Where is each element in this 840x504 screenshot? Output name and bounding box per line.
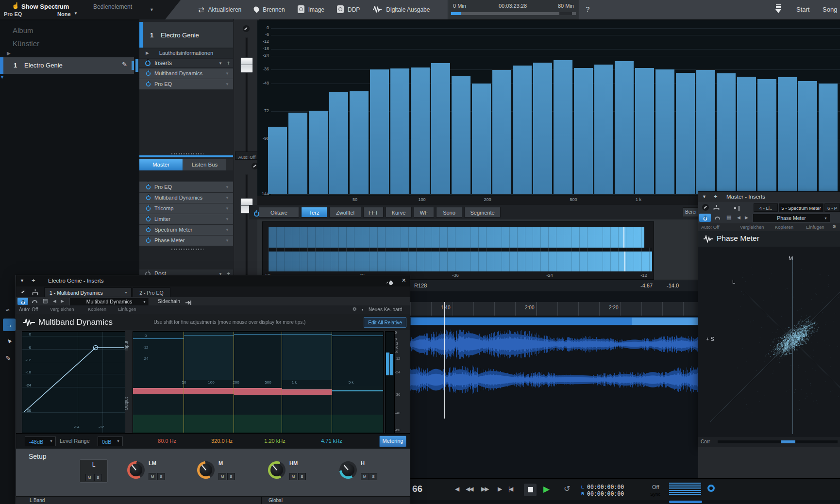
prev-marker-icon[interactable]: ◀ [455, 486, 458, 492]
add-insert-icon[interactable]: + [227, 59, 230, 68]
time-r-value[interactable]: 00:00:00:00 [587, 490, 624, 497]
download-icon[interactable] [774, 4, 783, 16]
pin-icon[interactable] [388, 280, 393, 286]
wave-tool-icon[interactable]: ≈ [6, 306, 10, 314]
preset-list-icon[interactable]: ▤ [43, 298, 48, 304]
strip-collapse-icon[interactable] [243, 25, 250, 32]
band-split-handle[interactable] [332, 332, 332, 433]
insert-slot-pro-eq[interactable]: Pro EQ▼ [139, 79, 233, 90]
spectrum-tab-segmente[interactable]: Segmente [464, 207, 501, 218]
band-lm-knob[interactable] [127, 461, 145, 479]
mute-button[interactable]: M [149, 473, 156, 480]
mute-button[interactable]: M [85, 474, 93, 481]
band-h-knob[interactable] [339, 461, 357, 479]
insert-slot-limiter[interactable]: Limiter▼ [139, 214, 233, 225]
insert-tab-4[interactable]: 4 - Li.. [754, 203, 778, 212]
insert-tab-6[interactable]: 6 - P [824, 203, 840, 212]
multiband-display[interactable]: 0 -12 -24 501002005001 k5 k [133, 331, 384, 433]
next-preset-icon[interactable]: ▶ [745, 215, 748, 220]
chevron-down-icon[interactable]: ▼ [225, 214, 229, 224]
expand-arrow-icon[interactable]: ▶ [7, 50, 11, 56]
close-icon[interactable]: ✕ [402, 277, 406, 284]
divider-grip-dots[interactable] [171, 153, 203, 154]
next-marker-icon[interactable]: ▶ [498, 486, 501, 492]
insert-tab-5[interactable]: 5 - Spectrum Meter [779, 203, 823, 212]
spectrum-tab-oktave[interactable]: Oktave [259, 207, 299, 218]
insert-before-icon[interactable] [734, 205, 740, 211]
power-icon[interactable] [146, 82, 151, 86]
range-button[interactable]: Berei [683, 207, 698, 217]
mute-button[interactable]: M [361, 473, 369, 480]
add-icon[interactable]: + [714, 193, 718, 200]
playhead[interactable] [444, 302, 445, 419]
chevron-down-icon[interactable]: ▼ [225, 79, 229, 89]
collapse-knob-icon[interactable] [20, 288, 27, 295]
divider-grip-dots[interactable] [171, 249, 203, 250]
solo-button[interactable]: S [370, 473, 377, 480]
control-value[interactable]: None [57, 11, 71, 17]
mute-button[interactable]: M [218, 473, 226, 480]
solo-button[interactable]: S [94, 474, 102, 481]
preset-selector[interactable]: Multiband Dynamics ▼ [69, 298, 149, 306]
selection-bar[interactable] [410, 317, 698, 325]
collapse-caret-icon[interactable]: ▼ [0, 75, 4, 80]
timeline-progress-track[interactable] [451, 12, 576, 15]
return-to-zero-icon[interactable]: |◀ [508, 486, 512, 492]
power-button[interactable] [17, 298, 28, 305]
band-split-handle[interactable] [282, 332, 282, 433]
insert-selector[interactable]: Phase Meter ▼ [753, 214, 830, 223]
play-button[interactable]: ▶ [543, 484, 550, 494]
loop-button[interactable]: ↺ [564, 484, 570, 493]
inserts-header-row[interactable]: Inserts ▼+ [139, 59, 233, 68]
time-l-value[interactable]: 00:00:00:00 [587, 484, 624, 490]
bottom-scroll-thumb[interactable] [669, 501, 702, 503]
song-page-button[interactable]: Song [823, 6, 837, 13]
kopieren-button[interactable]: Kopieren [775, 224, 793, 230]
band-hm-knob[interactable] [268, 461, 286, 479]
edit-track-icon[interactable]: ✎ [122, 61, 127, 68]
control-element-caret-icon[interactable]: ▼ [150, 7, 154, 12]
band-split-handle[interactable] [234, 332, 234, 433]
fader-track[interactable] [246, 38, 247, 154]
sidebar-scrollbar[interactable] [135, 59, 138, 72]
pencil-tool-icon[interactable]: ✎ [5, 354, 11, 362]
arrow-tool-button[interactable]: → [3, 319, 16, 331]
timeline-ruler[interactable]: 1:402:002:20 [410, 302, 698, 316]
sidechain-label[interactable]: Sidechain [158, 298, 180, 304]
chevron-down-icon[interactable]: ▼ [218, 59, 222, 68]
spectrum-tab-sono[interactable]: Sono [436, 207, 462, 218]
spectrum-mode-label[interactable]: Show Spectrum [21, 3, 69, 10]
window-title-bar[interactable]: ▼ + Electro Genie - Inserts ✕ [16, 275, 410, 286]
rewind-icon[interactable]: ◀◀ [466, 486, 472, 492]
sync-label[interactable]: Sync [650, 491, 660, 497]
collapse-caret-icon[interactable]: ▼ [20, 278, 24, 283]
stop-button[interactable] [524, 484, 537, 496]
gain-value-box[interactable]: 0dB ▼ [98, 437, 123, 446]
prev-preset-icon[interactable]: ◀ [737, 215, 740, 220]
gear-icon[interactable]: ⚙ [832, 224, 837, 229]
band-frequency-value[interactable]: 4.71 kHz [312, 438, 351, 444]
auto-mode-label[interactable]: Auto: Off [19, 307, 38, 312]
next-preset-icon[interactable]: ▶ [61, 299, 64, 303]
chevron-down-icon[interactable]: ▼ [361, 308, 364, 311]
preset-list-icon[interactable]: ▤ [726, 214, 731, 220]
fader-track[interactable] [246, 175, 247, 277]
panel-divider[interactable] [139, 155, 233, 157]
insert-slot-multiband-dynamics[interactable]: Multiband Dynamics▼ [139, 193, 233, 203]
waveform-display[interactable] [410, 326, 698, 397]
tab-pro-eq[interactable]: 2 - Pro EQ [133, 287, 170, 297]
spectrum-tab-terz[interactable]: Terz [301, 207, 327, 218]
vergleichen-button[interactable]: Vergleichen [740, 224, 764, 230]
tempo-mode[interactable]: Off [652, 484, 659, 490]
band-frequency-value[interactable]: 320.0 Hz [202, 438, 241, 444]
band-m-knob[interactable] [197, 461, 215, 479]
compression-curve-display[interactable]: 0-6-12-18-24-36-24-12 [22, 331, 125, 433]
power-icon[interactable] [146, 206, 151, 211]
chevron-down-icon[interactable]: ▼ [225, 68, 229, 79]
sidechain-icon[interactable] [185, 299, 192, 304]
routing-icon[interactable] [32, 288, 39, 297]
auto-mode-box[interactable]: Auto: Off [235, 151, 259, 160]
tab-listen-bus[interactable]: Listen Bus [183, 159, 226, 170]
bottom-scroll-track[interactable] [410, 500, 840, 504]
power-icon[interactable] [146, 196, 151, 200]
